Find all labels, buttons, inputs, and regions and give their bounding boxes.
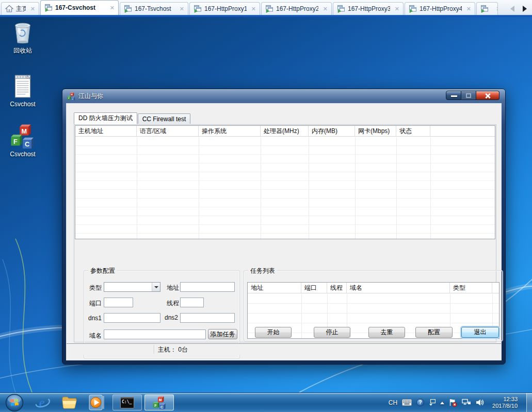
- remote-session-icon: [44, 4, 53, 12]
- language-indicator[interactable]: CH: [389, 399, 397, 406]
- session-tab-partial[interactable]: : ✕: [476, 2, 498, 15]
- desktop[interactable]: 回收站 Csvchost Csvchost: [0, 17, 532, 392]
- mfc-cubes-icon: [153, 396, 166, 409]
- desktop-icon-recycle-bin[interactable]: 回收站: [3, 19, 42, 55]
- tab-close-icon[interactable]: ✕: [464, 6, 471, 12]
- domain-input[interactable]: [104, 329, 206, 339]
- caption-buttons: [446, 91, 499, 100]
- column-header[interactable]: 主机地址: [75, 126, 137, 136]
- column-header-filler: [492, 283, 499, 293]
- close-button[interactable]: [476, 91, 499, 100]
- port-input[interactable]: [104, 298, 133, 307]
- session-tab-tsvchost[interactable]: 167-Tsvchost ✕: [120, 2, 188, 15]
- keyboard-icon[interactable]: [402, 399, 412, 406]
- grid-line: [137, 137, 137, 239]
- popup-window-icon[interactable]: [429, 399, 436, 406]
- column-header[interactable]: 处理器(MHz): [261, 126, 309, 136]
- taskbar: e C:\_: [0, 392, 532, 412]
- host-table: 主机地址 语言/区域 操作系统 处理器(MHz) 内存(MB) 网卡(Mbps)…: [75, 125, 495, 239]
- column-header-filler: [430, 126, 495, 136]
- volume-icon[interactable]: [476, 399, 485, 406]
- column-header[interactable]: 线程: [327, 283, 347, 293]
- column-header[interactable]: 类型: [450, 283, 492, 293]
- remote-session-icon: [265, 5, 273, 13]
- address-input[interactable]: [180, 282, 235, 292]
- column-header[interactable]: 网卡(Mbps): [355, 126, 396, 136]
- tab-label: 167-Csvchost: [55, 4, 95, 11]
- thread-input[interactable]: [180, 298, 204, 307]
- start-button[interactable]: [4, 393, 25, 412]
- remote-session-tabbar: 主页 ✕ 167-Csvchost ✕ 167-Tsvchost ✕ 167-H…: [0, 0, 532, 15]
- host-count-status: 主机： 0台: [158, 345, 188, 354]
- tab-close-icon[interactable]: ✕: [108, 5, 115, 11]
- tab-close-icon[interactable]: ✕: [249, 6, 256, 12]
- column-header[interactable]: 内存(MB): [309, 126, 355, 136]
- domain-label: 域名: [89, 332, 102, 340]
- session-tab-csvchost[interactable]: 167-Csvchost ✕: [40, 0, 119, 15]
- show-hidden-icons-button[interactable]: [440, 400, 444, 404]
- tab-close-icon[interactable]: ✕: [178, 6, 184, 12]
- column-header[interactable]: 语言/区域: [137, 126, 199, 136]
- session-tab-httpproxy2[interactable]: 167-HttpProxy2 ✕: [261, 2, 332, 15]
- tab-close-icon[interactable]: ✕: [393, 6, 399, 12]
- internet-explorer-button[interactable]: e: [34, 395, 51, 410]
- column-header[interactable]: 地址: [248, 283, 301, 293]
- tab-label: 167-Tsvchost: [135, 5, 171, 12]
- add-task-button[interactable]: 添加任务: [208, 329, 237, 339]
- start-button[interactable]: 开始: [255, 327, 292, 338]
- remote-session-icon: [337, 5, 345, 13]
- session-tab-home[interactable]: 主页 ✕: [1, 2, 39, 15]
- session-tab-httpproxy1[interactable]: 167-HttpProxy1 ✕: [189, 2, 260, 15]
- session-tab-httpproxy3[interactable]: 167-HttpProxy3 ✕: [333, 2, 404, 15]
- dns1-input[interactable]: [104, 313, 160, 323]
- tasks-group-title: 任务列表: [248, 267, 277, 275]
- tab-close-icon[interactable]: ✕: [28, 6, 35, 12]
- dialog-tabs: DD 防火墙压力测试 CC Firewall test: [74, 112, 191, 124]
- tab-label: 167-HttpProxy1: [204, 5, 247, 12]
- combo-dropdown-icon[interactable]: [152, 283, 160, 291]
- dns2-input[interactable]: [180, 313, 235, 323]
- taskbar-button-mfc-app[interactable]: [144, 394, 174, 410]
- column-header[interactable]: 操作系统: [199, 126, 261, 136]
- scroll-tabs-right-icon[interactable]: [523, 6, 527, 12]
- taskbar-clock[interactable]: 12:33 2017/8/10: [492, 396, 518, 409]
- help-icon[interactable]: ?: [416, 399, 424, 406]
- minimize-button[interactable]: [446, 91, 461, 100]
- dedupe-button[interactable]: 去重: [368, 327, 405, 338]
- column-header[interactable]: 状态: [396, 126, 430, 136]
- clock-date: 2017/8/10: [492, 403, 518, 409]
- media-player-button[interactable]: [88, 394, 105, 410]
- window-title: 江山与你: [78, 92, 103, 101]
- window-title-icon: [67, 92, 75, 101]
- tab-dd-stress-test[interactable]: DD 防火墙压力测试: [74, 112, 137, 124]
- session-tab-httpproxy4[interactable]: 167-HttpProxy4 ✕: [405, 2, 475, 15]
- network-icon[interactable]: [462, 399, 471, 406]
- tab-close-icon[interactable]: ✕: [321, 6, 328, 12]
- maximize-button[interactable]: [461, 91, 476, 100]
- tab-label: 167-HttpProxy4: [420, 5, 462, 12]
- scroll-tabs-left-icon[interactable]: [510, 6, 514, 12]
- stop-button[interactable]: 停止: [314, 327, 350, 338]
- show-desktop-button[interactable]: [526, 393, 532, 412]
- exit-button[interactable]: 退出: [461, 327, 499, 338]
- windows-start-orb-icon: [5, 393, 24, 412]
- windows-explorer-button[interactable]: [61, 395, 77, 409]
- config-button[interactable]: 配置: [415, 327, 453, 338]
- grid-line: [430, 137, 431, 239]
- desktop-icon-csvchost-app[interactable]: Csvchost: [3, 123, 42, 158]
- column-header[interactable]: 域名: [347, 283, 450, 293]
- host-table-header: 主机地址 语言/区域 操作系统 处理器(MHz) 内存(MB) 网卡(Mbps)…: [75, 126, 495, 137]
- tab-close-icon[interactable]: ✕: [494, 6, 498, 12]
- tab-cc-firewall-test[interactable]: CC Firewall test: [138, 113, 191, 124]
- remote-session-icon: [124, 5, 132, 13]
- action-center-flag-icon[interactable]: [449, 399, 457, 407]
- desktop-icon-csvchost-doc[interactable]: Csvchost: [3, 73, 42, 108]
- host-table-body[interactable]: [75, 137, 495, 239]
- desktop-icon-label: 回收站: [13, 46, 32, 55]
- column-header[interactable]: 端口: [301, 283, 327, 293]
- window-titlebar[interactable]: 江山与你: [62, 89, 505, 103]
- taskbar-button-cmd[interactable]: C:\_: [112, 394, 142, 410]
- cmd-icon-text: C:\_: [122, 400, 132, 404]
- tab-page: 主机地址 语言/区域 操作系统 处理器(MHz) 内存(MB) 网卡(Mbps)…: [74, 124, 496, 342]
- type-combobox[interactable]: [104, 282, 160, 292]
